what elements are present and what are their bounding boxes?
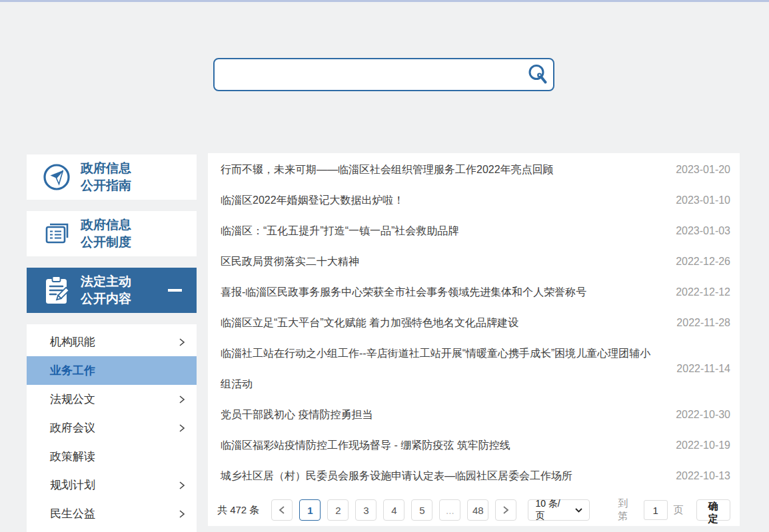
article-title[interactable]: 临淄区：“五化五提升”打造“一镇一品”社会救助品牌 <box>217 216 474 246</box>
sidebar-item-label: 政府信息 公开指南 <box>81 160 131 194</box>
article-title[interactable]: 城乡社区居（村）民委员会服务设施申请认定表—临园社区居委会工作场所 <box>217 461 588 491</box>
list-item[interactable]: 临淄社工站在行动之小组工作--辛店街道社工站开展“情暖童心携手成长”困境儿童心理… <box>217 338 730 399</box>
goto-page-group: 到第 页 确定 <box>618 497 730 523</box>
list-item[interactable]: 喜报-临淄区民政事务服务中心荣获全市社会事务领域先进集体和个人荣誉称号 2022… <box>217 277 730 308</box>
chevron-down-icon <box>575 508 582 513</box>
article-title[interactable]: 临淄社工站在行动之小组工作--辛店街道社工站开展“情暖童心携手成长”困境儿童心理… <box>217 338 676 399</box>
sidebar-item-plans[interactable]: 规划计划 <box>27 471 197 499</box>
sidebar-item-agency-functions[interactable]: 机构职能 <box>27 328 197 356</box>
article-title[interactable]: 临淄区立足“五大平台”文化赋能 着力加强特色地名文化品牌建设 <box>217 308 534 338</box>
article-date: 2022-10-13 <box>676 470 730 482</box>
sidebar: 政府信息 公开指南 政府信息 公开制度 <box>27 154 197 532</box>
sidebar-item-statutory-disclosure[interactable]: 法定主动 公开内容 <box>27 268 197 313</box>
chevron-right-icon <box>178 338 186 347</box>
chevron-right-icon <box>178 481 186 490</box>
page-button-2[interactable]: 2 <box>327 499 349 521</box>
document-icon <box>40 218 73 249</box>
menu-label: 政策解读 <box>50 449 95 464</box>
page-ellipsis-button[interactable]: ... <box>439 499 460 521</box>
sidebar-item-gov-info-guide[interactable]: 政府信息 公开指南 <box>27 154 197 200</box>
goto-suffix-label: 页 <box>674 504 684 517</box>
collapse-minus-icon[interactable] <box>168 289 182 292</box>
menu-label: 规划计划 <box>50 477 95 493</box>
menu-label: 业务工作 <box>50 363 95 378</box>
list-item[interactable]: 行而不辍，未来可期——临淄区社会组织管理服务工作2022年亮点回顾 2023-0… <box>217 154 730 185</box>
page-button-3[interactable]: 3 <box>355 499 377 521</box>
list-item[interactable]: 党员干部践初心 疫情防控勇担当 2022-10-30 <box>217 399 730 430</box>
chevron-left-icon <box>279 505 285 515</box>
pagination-bar: 共 472 条 1 2 3 4 5 ... 48 10 条/页 到第 页 <box>217 497 730 523</box>
sidebar-submenu: 机构职能 业务工作 法规公文 政府会议 政策解读 规划计划 <box>27 324 197 532</box>
article-date: 2023-01-20 <box>676 164 730 176</box>
page-button-5[interactable]: 5 <box>411 499 432 521</box>
goto-prefix-label: 到第 <box>618 497 637 523</box>
article-date: 2022-10-30 <box>676 409 730 421</box>
compass-icon <box>40 162 73 192</box>
sidebar-item-social-assistance[interactable]: 社会救助 <box>27 528 197 532</box>
list-item[interactable]: 城乡社区居（村）民委员会服务设施申请认定表—临园社区居委会工作场所 2022-1… <box>217 461 730 491</box>
article-date: 2022-12-26 <box>676 256 730 268</box>
article-title[interactable]: 行而不辍，未来可期——临淄区社会组织管理服务工作2022年亮点回顾 <box>217 154 570 185</box>
article-title[interactable]: 临淄区2022年婚姻登记大数据出炉啦！ <box>217 185 420 216</box>
chevron-right-icon <box>178 423 186 433</box>
article-date: 2022-10-19 <box>676 439 730 451</box>
search-bar <box>213 58 554 91</box>
goto-page-input[interactable] <box>644 500 668 520</box>
sidebar-item-gov-meetings[interactable]: 政府会议 <box>27 413 197 442</box>
sidebar-item-regulations[interactable]: 法规公文 <box>27 385 197 413</box>
article-date: 2023-01-03 <box>676 225 730 237</box>
chevron-right-icon <box>502 505 509 515</box>
clipboard-pen-icon <box>40 274 73 306</box>
prev-page-button[interactable] <box>271 499 293 521</box>
list-item[interactable]: 临淄区立足“五大平台”文化赋能 着力加强特色地名文化品牌建设 2022-11-2… <box>217 308 730 338</box>
menu-label: 机构职能 <box>50 334 95 350</box>
page-size-select[interactable]: 10 条/页 <box>528 499 590 521</box>
menu-label: 民生公益 <box>50 506 95 521</box>
list-item[interactable]: 临淄区福彩站疫情防控工作现场督导 - 绷紧防疫弦 筑牢防控线 2022-10-1… <box>217 430 730 461</box>
search-icon <box>526 63 549 86</box>
confirm-button[interactable]: 确定 <box>696 499 730 521</box>
article-date: 2022-12-12 <box>676 286 730 298</box>
page-button-1[interactable]: 1 <box>299 499 321 521</box>
article-title[interactable]: 临淄区福彩站疫情防控工作现场督导 - 绷紧防疫弦 筑牢防控线 <box>217 430 526 461</box>
search-button[interactable] <box>524 61 552 89</box>
search-input[interactable] <box>215 59 524 90</box>
menu-label: 法规公文 <box>50 392 95 407</box>
sidebar-item-policy-interpretation[interactable]: 政策解读 <box>27 442 197 471</box>
page-size-label: 10 条/页 <box>535 498 569 522</box>
list-item[interactable]: 临淄区2022年婚姻登记大数据出炉啦！ 2023-01-10 <box>217 185 730 216</box>
total-count-label: 共 472 条 <box>217 504 259 517</box>
sidebar-item-label: 法定主动 公开内容 <box>81 273 131 308</box>
next-page-button[interactable] <box>495 499 516 521</box>
menu-label: 政府会议 <box>50 420 95 435</box>
article-title[interactable]: 区民政局贯彻落实二十大精神 <box>217 246 375 277</box>
sidebar-item-gov-info-system[interactable]: 政府信息 公开制度 <box>27 211 197 256</box>
page-button-4[interactable]: 4 <box>383 499 404 521</box>
article-date: 2022-11-28 <box>676 317 730 329</box>
sidebar-item-label: 政府信息 公开制度 <box>81 216 131 251</box>
article-title[interactable]: 党员干部践初心 疫情防控勇担当 <box>217 399 388 430</box>
list-item[interactable]: 区民政局贯彻落实二十大精神 2022-12-26 <box>217 246 730 277</box>
list-item[interactable]: 临淄区：“五化五提升”打造“一镇一品”社会救助品牌 2023-01-03 <box>217 216 730 246</box>
page-button-48[interactable]: 48 <box>467 499 488 521</box>
chevron-right-icon <box>178 395 186 404</box>
article-date: 2022-11-14 <box>676 363 730 375</box>
article-list-panel: 行而不辍，未来可期——临淄区社会组织管理服务工作2022年亮点回顾 2023-0… <box>208 153 740 526</box>
chevron-right-icon <box>178 509 186 519</box>
article-date: 2023-01-10 <box>676 194 730 206</box>
sidebar-item-business-work[interactable]: 业务工作 <box>27 356 197 385</box>
article-title[interactable]: 喜报-临淄区民政事务服务中心荣获全市社会事务领域先进集体和个人荣誉称号 <box>217 277 602 308</box>
sidebar-item-public-welfare[interactable]: 民生公益 <box>27 499 197 528</box>
top-accent-strip <box>0 0 769 2</box>
